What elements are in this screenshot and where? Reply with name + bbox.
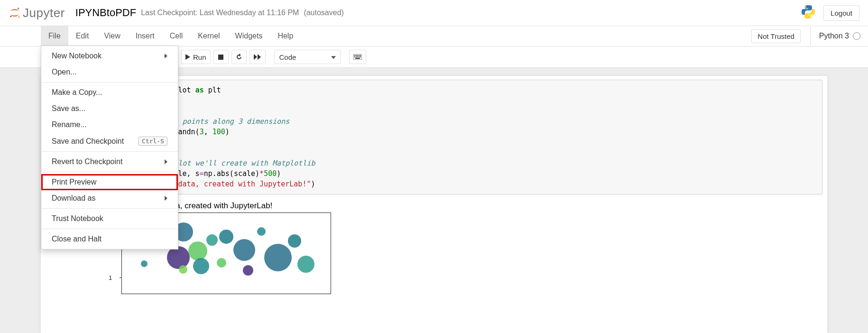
menu-insert[interactable]: Insert [128,26,162,46]
file-menu-make-copy[interactable]: Make a Copy... [41,84,178,101]
menu-separator [41,208,178,209]
checkpoint-status: Last Checkpoint: Last Wednesday at 11:16… [141,9,299,17]
command-palette-button[interactable] [349,50,366,64]
chevron-right-icon [165,54,167,58]
kernel-idle-icon [853,32,860,40]
shortcut-label: Ctrl-S [139,137,167,146]
file-menu-print-preview[interactable]: Print Preview [41,174,178,190]
python-logo-icon [801,4,816,21]
y-tick-label: 1 [109,274,112,281]
restart-button[interactable] [231,50,247,64]
chevron-right-icon [165,159,167,164]
run-button[interactable]: Run [181,50,211,64]
file-menu-open[interactable]: Open... [41,64,178,80]
menu-file[interactable]: File [41,26,68,46]
notebook-name[interactable]: IPYNBtoPDF [75,7,136,19]
svg-rect-11 [360,55,361,56]
svg-rect-10 [359,55,360,56]
svg-point-4 [810,16,812,18]
cell-type-select[interactable]: Code [274,50,341,64]
svg-rect-9 [357,55,358,56]
autosave-status: (autosaved) [304,9,344,17]
menu-view[interactable]: View [96,26,128,46]
restart-run-all-button[interactable] [249,50,266,64]
file-menu-close-halt[interactable]: Close and Halt [41,231,178,247]
file-menu-trust[interactable]: Trust Notebook [41,211,178,227]
menu-separator [41,151,178,152]
jupyter-logo[interactable]: Jupyter [9,6,65,20]
file-menu-save-as[interactable]: Save as... [41,101,178,117]
svg-rect-8 [356,55,357,56]
chart-title: me random data, created with JupyterLab! [121,201,822,211]
svg-rect-12 [354,56,355,57]
svg-point-1 [10,16,11,17]
file-menu-revert[interactable]: Revert to Checkpoint [41,154,178,170]
svg-point-2 [18,17,20,18]
keyboard-icon [353,54,362,60]
menu-separator [41,172,178,172]
svg-rect-17 [355,58,360,59]
svg-rect-14 [357,56,358,57]
svg-rect-5 [218,55,223,60]
file-menu-new-notebook[interactable]: New Notebook [41,48,178,64]
svg-point-3 [805,7,807,8]
svg-rect-16 [360,56,361,57]
menu-separator [41,229,178,229]
menu-separator [41,82,178,83]
file-menu-dropdown: New Notebook Open... Make a Copy... Save… [41,46,178,250]
restart-icon [236,54,242,60]
notebook-header: Jupyter IPYNBtoPDF Last Checkpoint: Last… [0,0,868,26]
kernel-name-text: Python 3 [819,32,849,40]
kernel-indicator[interactable]: Python 3 [810,26,860,46]
code-editor[interactable]: otlib import pyplot as plt npy as np 100… [102,80,822,194]
svg-rect-15 [359,56,360,57]
file-menu-save-checkpoint[interactable]: Save and CheckpointCtrl-S [41,133,178,149]
svg-point-0 [17,8,19,9]
interrupt-button[interactable] [213,50,229,64]
svg-rect-13 [356,56,357,57]
jupyter-logo-text: Jupyter [23,6,65,20]
fast-forward-icon [254,54,261,60]
file-menu-rename[interactable]: Rename... [41,117,178,133]
jupyter-logo-icon [9,7,21,19]
play-icon [185,54,190,60]
not-trusted-button[interactable]: Not Trusted [751,29,801,43]
chevron-right-icon [165,196,167,201]
menu-widgets[interactable]: Widgets [228,26,270,46]
menu-help[interactable]: Help [270,26,301,46]
logout-button[interactable]: Logout [823,5,859,21]
file-menu-download-as[interactable]: Download as [41,190,178,206]
menubar: File Edit View Insert Cell Kernel Widget… [0,26,868,46]
svg-rect-7 [354,55,355,56]
menu-edit[interactable]: Edit [68,26,97,46]
menu-cell[interactable]: Cell [162,26,191,46]
stop-icon [218,55,223,60]
menu-kernel[interactable]: Kernel [190,26,227,46]
run-label: Run [193,53,206,61]
